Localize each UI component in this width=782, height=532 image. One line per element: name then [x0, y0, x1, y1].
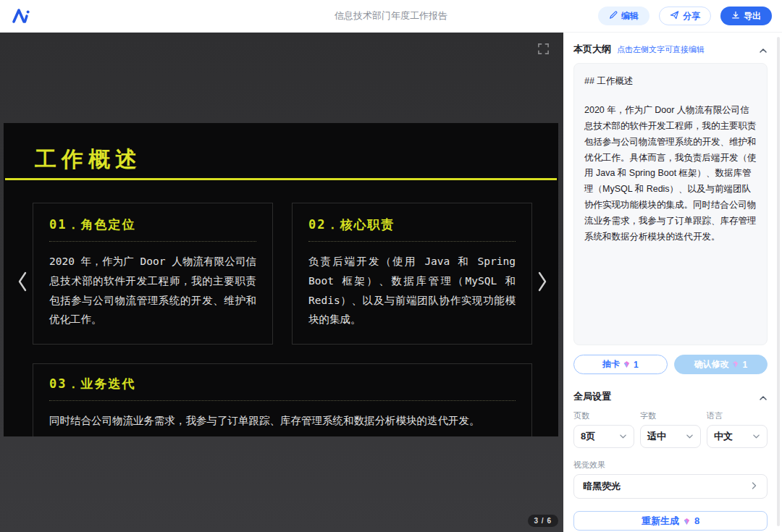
settings-fields: 页数 8页 字数 适中 语言: [573, 410, 768, 448]
slide-card-3: 03．业务迭代 同时结合公司物流业务需求，我参与了订单跟踪、库存管理系统和数据分…: [33, 363, 532, 436]
gem-icon: [731, 360, 739, 368]
regenerate-cost: 8: [694, 515, 699, 526]
card-body: 负责后端开发（使用 Java 和 Spring Boot 框架）、数据库管理（M…: [308, 252, 516, 329]
confirm-changes-button[interactable]: 确认修改 1: [674, 355, 768, 374]
export-button[interactable]: 导出: [720, 7, 772, 25]
outline-title: 本页大纲: [573, 43, 611, 56]
next-slide-button[interactable]: [531, 268, 553, 295]
visual-effect-label: 视觉效果: [573, 460, 768, 470]
card-heading: 03．业务迭代: [49, 376, 516, 392]
app-root: 信息技术部门年度工作报告 编辑 分享 导出: [0, 0, 782, 532]
collapse-settings-icon[interactable]: [759, 392, 768, 401]
download-icon: [731, 11, 740, 22]
gem-icon: [623, 360, 631, 368]
wordcount-value: 适中: [647, 430, 666, 443]
confirm-changes-cost: 1: [742, 360, 747, 370]
pages-field: 页数 8页: [573, 410, 634, 448]
pages-value: 8页: [581, 430, 595, 443]
language-select[interactable]: 中文: [707, 425, 768, 448]
slide-title-rule: [5, 178, 557, 180]
sidebar: 本页大纲 点击左侧文字可直接编辑 ## 工作概述 2020 年，作为广 Door…: [563, 33, 782, 532]
share-icon: [670, 10, 679, 22]
wordcount-label: 字数: [640, 410, 701, 421]
slide-card-1: 01．角色定位 2020 年，作为广 Door 人物流有限公司信息技术部的软件开…: [33, 203, 273, 345]
preview-canvas: 工作概述 01．角色定位 2020 年，作为广 Door 人物流有限公司信息技术…: [0, 33, 563, 532]
draw-card-label: 抽卡: [602, 358, 620, 371]
visual-effect-value: 暗黑荧光: [583, 480, 621, 493]
pages-label: 页数: [573, 410, 634, 421]
outline-body: 2020 年，作为广 Door 人物流有限公司信息技术部的软件开发工程师，我的主…: [584, 103, 757, 245]
share-button[interactable]: 分享: [659, 7, 711, 25]
language-field: 语言 中文: [707, 410, 768, 448]
slide-title: 工作概述: [35, 145, 558, 174]
edit-button-label: 编辑: [621, 10, 639, 22]
outline-heading: ## 工作概述: [584, 74, 757, 90]
card-divider: [49, 241, 256, 242]
regenerate-label: 重新生成: [642, 515, 679, 528]
card-heading: 02．核心职责: [308, 216, 516, 233]
pencil-icon: [609, 11, 618, 22]
card-divider: [49, 400, 516, 401]
gem-icon: [683, 517, 691, 525]
slide-card-2: 02．核心职责 负责后端开发（使用 Java 和 Spring Boot 框架）…: [292, 203, 532, 345]
chevron-down-icon: [619, 431, 627, 442]
prev-slide-button[interactable]: [12, 268, 33, 295]
topbar-actions: 编辑 分享 导出: [598, 7, 772, 25]
outline-section-header: 本页大纲 点击左侧文字可直接编辑: [573, 43, 768, 56]
slide-cards: 01．角色定位 2020 年，作为广 Door 人物流有限公司信息技术部的软件开…: [33, 203, 532, 436]
card-divider: [308, 241, 516, 242]
chevron-right-icon: [749, 481, 758, 492]
settings-section-header: 全局设置: [573, 390, 768, 403]
card-body: 2020 年，作为广 Door 人物流有限公司信息技术部的软件开发工程师，我的主…: [49, 252, 256, 329]
export-button-label: 导出: [744, 10, 761, 22]
card-body: 同时结合公司物流业务需求，我参与了订单跟踪、库存管理系统和数据分析模块的迭代开发…: [49, 411, 516, 431]
top-bar: 信息技术部门年度工作报告 编辑 分享 导出: [0, 0, 782, 33]
wordcount-field: 字数 适中: [640, 410, 701, 448]
edit-button[interactable]: 编辑: [598, 7, 649, 25]
chevron-down-icon: [752, 431, 760, 442]
confirm-changes-label: 确认修改: [694, 358, 728, 371]
outline-editor[interactable]: ## 工作概述 2020 年，作为广 Door 人物流有限公司信息技术部的软件开…: [573, 63, 768, 345]
visual-effect-select[interactable]: 暗黑荧光: [573, 474, 768, 499]
settings-title: 全局设置: [573, 390, 611, 403]
wordcount-select[interactable]: 适中: [640, 425, 701, 448]
collapse-outline-icon[interactable]: [759, 45, 768, 54]
pages-select[interactable]: 8页: [573, 425, 634, 448]
regenerate-button[interactable]: 重新生成 8: [573, 511, 768, 531]
fullscreen-icon[interactable]: [537, 43, 550, 55]
language-label: 语言: [707, 410, 768, 421]
app-logo-icon[interactable]: [12, 8, 30, 24]
page-indicator: 3 / 6: [528, 515, 558, 527]
outline-actions: 抽卡 1 确认修改 1: [573, 355, 768, 374]
chevron-down-icon: [686, 431, 694, 442]
slide[interactable]: 工作概述 01．角色定位 2020 年，作为广 Door 人物流有限公司信息技术…: [4, 123, 558, 436]
draw-card-cost: 1: [634, 360, 639, 370]
draw-card-button[interactable]: 抽卡 1: [573, 355, 668, 374]
outline-hint: 点击左侧文字可直接编辑: [617, 44, 705, 55]
share-button-label: 分享: [683, 10, 700, 22]
language-value: 中文: [714, 430, 733, 443]
sidebar-scrollbar[interactable]: [777, 37, 780, 526]
card-heading: 01．角色定位: [49, 216, 256, 233]
